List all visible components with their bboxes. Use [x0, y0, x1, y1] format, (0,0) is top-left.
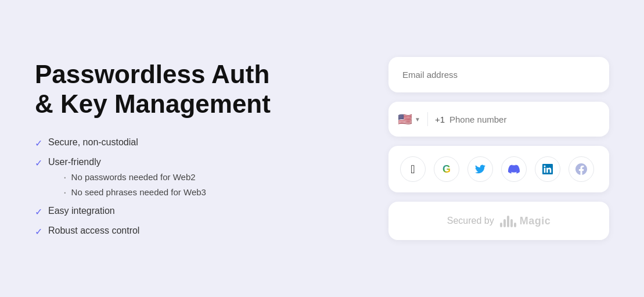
- facebook-icon: [575, 163, 587, 175]
- check-icon-3: ✓: [35, 206, 42, 217]
- feature-label-4: Robust access control: [48, 226, 139, 235]
- apple-login-button[interactable]: : [400, 156, 426, 182]
- feature-label-1: Secure, non-custodial: [48, 137, 138, 147]
- feature-item-2: ✓ User-friendly No passwords needed for …: [35, 157, 365, 198]
- magic-bar-5: [514, 223, 516, 227]
- phone-card: 🇺🇸 ▼ +1: [388, 102, 609, 137]
- sub-item-2-1: No passwords needed for Web2: [63, 171, 206, 183]
- secured-text: Secured by: [447, 216, 494, 226]
- discord-login-button[interactable]: [501, 156, 527, 182]
- feature-item-3: ✓ Easy integration: [35, 206, 365, 217]
- page-container: Passwordless Auth & Key Management ✓ Sec…: [0, 0, 644, 297]
- magic-bar-2: [503, 219, 506, 227]
- magic-logo: Magic: [500, 214, 551, 227]
- main-title: Passwordless Auth & Key Management: [35, 60, 365, 119]
- check-icon-4: ✓: [35, 226, 42, 237]
- country-selector[interactable]: 🇺🇸 ▼: [398, 112, 428, 126]
- magic-bars-icon: [500, 214, 516, 227]
- google-icon: G: [442, 163, 451, 176]
- phone-prefix: +1: [435, 114, 445, 124]
- linkedin-icon: [542, 164, 553, 174]
- check-icon-1: ✓: [35, 138, 42, 149]
- linkedin-login-button[interactable]: [535, 156, 560, 182]
- social-icons-row:  G: [400, 156, 598, 182]
- apple-icon: : [411, 163, 415, 176]
- check-icon-2: ✓: [35, 158, 42, 169]
- chevron-down-icon: ▼: [415, 116, 420, 123]
- feature-list: ✓ Secure, non-custodial ✓ User-friendly …: [35, 137, 365, 237]
- facebook-login-button[interactable]: [569, 156, 594, 182]
- magic-bar-4: [510, 219, 513, 227]
- magic-bar-1: [500, 223, 502, 227]
- discord-icon: [508, 163, 520, 175]
- social-card:  G: [388, 146, 609, 192]
- sub-item-2-2: No seed phrases needed for Web3: [63, 186, 206, 198]
- secured-card: Secured by Magic: [388, 202, 609, 240]
- right-panel: 🇺🇸 ▼ +1  G: [388, 57, 609, 240]
- flag-emoji: 🇺🇸: [398, 112, 412, 126]
- magic-bar-3: [507, 216, 509, 227]
- feature-label-3: Easy integration: [48, 206, 115, 216]
- twitter-login-button[interactable]: [467, 156, 493, 182]
- email-input[interactable]: [388, 57, 609, 92]
- email-card: [388, 57, 609, 92]
- feature-item-4: ✓ Robust access control: [35, 226, 365, 237]
- phone-input[interactable]: [449, 114, 600, 124]
- left-panel: Passwordless Auth & Key Management ✓ Sec…: [35, 60, 388, 237]
- feature-label-2: User-friendly: [48, 157, 101, 167]
- feature-item-1: ✓ Secure, non-custodial: [35, 137, 365, 149]
- twitter-icon: [475, 164, 485, 174]
- magic-text: Magic: [520, 215, 551, 227]
- sub-list-2: No passwords needed for Web2 No seed phr…: [48, 171, 206, 198]
- google-login-button[interactable]: G: [434, 156, 459, 182]
- phone-row: 🇺🇸 ▼ +1: [388, 102, 609, 137]
